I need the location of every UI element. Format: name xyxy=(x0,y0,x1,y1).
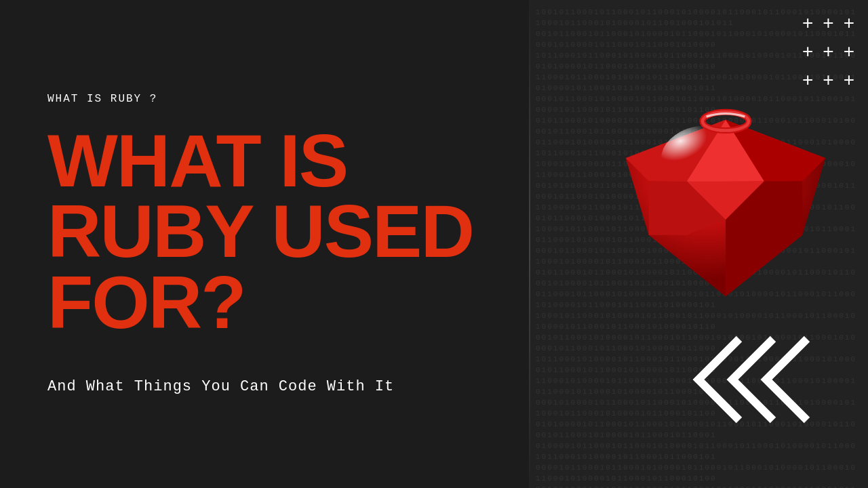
tagline: And What Things You Can Code With It xyxy=(47,378,481,395)
plus-icon-8: + xyxy=(823,70,833,89)
subtitle: WHAT IS RUBY ? xyxy=(47,93,481,105)
plus-icon-9: + xyxy=(844,70,854,89)
plus-icon-4: + xyxy=(802,42,813,61)
left-panel: WHAT IS RUBY ? WHAT IS RUBY USED FOR? An… xyxy=(0,0,529,488)
plus-icon-3: + xyxy=(844,14,854,33)
title-line3: FOR? xyxy=(47,260,245,344)
ruby-gem-image xyxy=(610,81,841,312)
plus-icon-6: + xyxy=(844,42,854,61)
plus-icon-1: + xyxy=(802,14,813,33)
plus-icon-2: + xyxy=(823,14,833,33)
panel-divider xyxy=(529,0,530,488)
main-title: WHAT IS RUBY USED FOR? xyxy=(47,125,481,338)
plus-decoration: + + + + + + + + + xyxy=(802,14,854,89)
right-panel: 1001011000101100010110001010000101100010… xyxy=(529,0,868,488)
plus-icon-7: + xyxy=(802,70,813,89)
page-container: WHAT IS RUBY ? WHAT IS RUBY USED FOR? An… xyxy=(0,0,868,488)
plus-icon-5: + xyxy=(823,42,833,61)
chevron-decoration xyxy=(671,325,848,434)
